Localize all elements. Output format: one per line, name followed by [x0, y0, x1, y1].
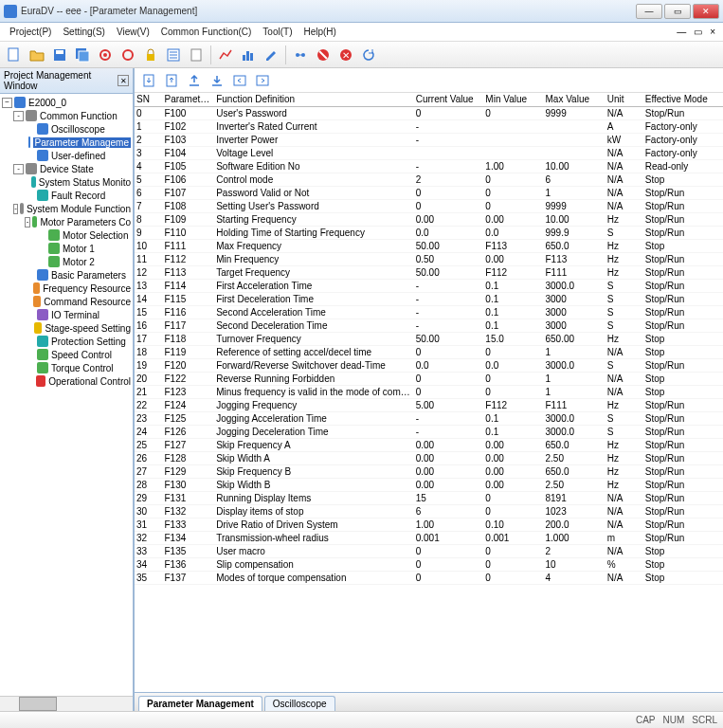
table-cell[interactable]: F102 [162, 119, 214, 133]
table-cell[interactable]: 34 [135, 557, 162, 571]
table-cell[interactable]: Jogging Deceleration Time [214, 425, 414, 438]
table-cell[interactable]: 0.00 [483, 438, 543, 451]
table-cell[interactable]: Stop/Run [643, 451, 723, 464]
table-cell[interactable]: First Deceleration Time [214, 292, 414, 305]
table-cell[interactable]: 200.0 [544, 518, 606, 531]
table-cell[interactable]: Stop/Run [643, 425, 723, 438]
doc-button[interactable] [186, 45, 207, 65]
table-cell[interactable]: 1023 [544, 504, 606, 518]
table-cell[interactable]: Stop/Run [643, 398, 723, 411]
table-row[interactable]: 21F123Minus frequency is valid in the mo… [135, 385, 723, 398]
table-cell[interactable]: F136 [162, 557, 214, 571]
table-cell[interactable]: Skip Width B [214, 478, 414, 491]
table-cell[interactable]: F103 [162, 133, 214, 146]
table-row[interactable]: 34F136Slip compensation0010%Stop [135, 557, 723, 571]
table-cell[interactable]: Reverse Running Forbidden [214, 372, 414, 385]
table-cell[interactable]: 0.1 [483, 279, 543, 292]
mdi-restore[interactable]: ▭ [690, 27, 706, 37]
table-cell[interactable]: 3000.0 [544, 279, 606, 292]
table-cell[interactable]: 24 [135, 425, 162, 438]
table-cell[interactable]: N/A [606, 518, 643, 531]
table-cell[interactable]: 12 [135, 265, 162, 279]
lock-button[interactable] [140, 45, 161, 65]
mdi-minimize[interactable]: — [673, 27, 690, 37]
table-cell[interactable]: 10 [544, 557, 606, 571]
table-cell[interactable]: 4 [135, 159, 162, 173]
table-cell[interactable]: F112 [162, 252, 214, 265]
tree-node[interactable]: -Motor Parameters Co [2, 215, 131, 228]
table-cell[interactable] [544, 133, 606, 146]
table-cell[interactable]: Hz [606, 464, 643, 478]
table-cell[interactable]: Stop [643, 173, 723, 186]
table-cell[interactable]: S [606, 279, 643, 292]
parameter-grid-scroll[interactable]: SNParametersFunction DefinitionCurrent V… [135, 93, 723, 692]
tree-node[interactable]: -System Module Function [2, 202, 131, 215]
table-cell[interactable]: 650.0 [544, 239, 606, 252]
menu-view[interactable]: View(V) [111, 25, 155, 39]
menu-tool[interactable]: Tool(T) [257, 25, 298, 39]
table-cell[interactable] [544, 119, 606, 133]
table-cell[interactable]: S [606, 318, 643, 332]
table-cell[interactable]: Stop [643, 239, 723, 252]
table-cell[interactable]: 0 [414, 544, 484, 557]
table-cell[interactable]: Stop/Run [643, 279, 723, 292]
table-cell[interactable]: Stop/Run [643, 252, 723, 265]
table-cell[interactable]: S [606, 226, 643, 239]
settings-2-button[interactable] [117, 45, 138, 65]
table-row[interactable]: 24F126Jogging Deceleration Time-0.13000.… [135, 425, 723, 438]
table-cell[interactable]: Stop/Run [643, 292, 723, 305]
table-cell[interactable]: N/A [606, 199, 643, 212]
table-cell[interactable]: 0 [414, 385, 484, 398]
table-cell[interactable]: 0 [414, 199, 484, 212]
table-cell[interactable]: 30 [135, 504, 162, 518]
table-cell[interactable]: 32 [135, 531, 162, 544]
table-cell[interactable]: Stop/Run [643, 199, 723, 212]
table-cell[interactable]: 1.00 [414, 518, 484, 531]
tree-node[interactable]: Basic Parameters [2, 268, 131, 282]
table-cell[interactable]: F128 [162, 451, 214, 464]
table-cell[interactable]: 5 [135, 173, 162, 186]
table-cell[interactable]: Stop/Run [643, 411, 723, 425]
table-cell[interactable]: 0.00 [483, 252, 543, 265]
table-cell[interactable]: S [606, 411, 643, 425]
upload-button[interactable] [184, 70, 205, 91]
tree-node[interactable]: User-defined [2, 149, 131, 162]
table-cell[interactable]: 20 [135, 372, 162, 385]
tree-node[interactable]: Operational Control [2, 374, 131, 388]
table-cell[interactable]: 29 [135, 491, 162, 504]
tree-node[interactable]: Stage-speed Setting [2, 321, 131, 335]
table-cell[interactable]: Holding Time of Starting Frequency [214, 226, 414, 239]
table-cell[interactable]: 21 [135, 385, 162, 398]
table-cell[interactable]: 3000 [544, 305, 606, 318]
tab-oscilloscope[interactable]: Oscilloscope [264, 696, 335, 711]
table-cell[interactable]: 0.00 [483, 464, 543, 478]
table-cell[interactable]: Hz [606, 478, 643, 491]
table-row[interactable]: 7F108Setting User's Password009999N/ASto… [135, 199, 723, 212]
table-cell[interactable]: 0 [483, 491, 543, 504]
table-cell[interactable]: 0.0 [483, 358, 543, 372]
table-cell[interactable]: 0 [483, 372, 543, 385]
table-cell[interactable]: 2.50 [544, 478, 606, 491]
table-cell[interactable]: 1.00 [483, 159, 543, 173]
table-row[interactable]: 25F127Skip Frequency A0.000.00650.0HzSto… [135, 438, 723, 451]
table-cell[interactable]: Factory-only [643, 119, 723, 133]
table-cell[interactable]: Stop/Run [643, 504, 723, 518]
table-cell[interactable]: N/A [606, 385, 643, 398]
table-cell[interactable]: 0 [483, 504, 543, 518]
table-cell[interactable]: Second Acceleration Time [214, 305, 414, 318]
table-cell[interactable]: F122 [162, 372, 214, 385]
table-cell[interactable]: 16 [135, 318, 162, 332]
table-cell[interactable]: 1 [544, 186, 606, 199]
table-row[interactable]: 13F114First Acceleration Time-0.13000.0S… [135, 279, 723, 292]
grid-header[interactable]: Max Value [544, 93, 606, 106]
table-cell[interactable]: N/A [606, 372, 643, 385]
table-cell[interactable]: 10.00 [544, 212, 606, 226]
table-cell[interactable]: A [606, 119, 643, 133]
settings-1-button[interactable] [95, 45, 116, 65]
table-cell[interactable]: 0 [414, 106, 484, 119]
table-cell[interactable]: F137 [162, 571, 214, 584]
list-button[interactable] [163, 45, 184, 65]
table-cell[interactable]: 0.001 [414, 531, 484, 544]
table-cell[interactable]: 5.00 [414, 398, 484, 411]
table-cell[interactable]: Stop/Run [643, 438, 723, 451]
